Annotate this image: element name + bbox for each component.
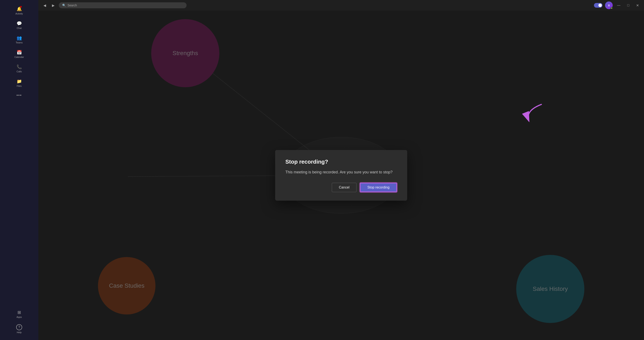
window-controls: — □ ✕ [615,2,640,8]
user-avatar[interactable]: II [605,1,613,9]
sidebar-item-calendar-label: Calendar [14,56,24,58]
sidebar-item-more[interactable]: ••• [0,91,38,100]
stop-recording-button[interactable]: Stop recording [360,183,397,192]
arrow-pointer-container [520,102,546,128]
activity-icon: 🔔 [16,6,22,11]
calendar-icon: 📅 [16,50,22,55]
search-icon: 🔍 [62,3,66,7]
avatar-status [610,7,613,9]
sidebar-item-calendar[interactable]: 📅 Calendar [0,48,38,60]
sidebar-item-help-label: Help [17,331,22,334]
nav-forward-button[interactable]: ▶ [50,2,56,8]
sidebar-item-activity[interactable]: 🔔 Activity [0,4,38,17]
sidebar-item-files[interactable]: 📁 Files [0,77,38,89]
dialog-overlay: Stop recording? This meeting is being re… [38,11,644,340]
more-icon: ••• [16,93,22,98]
dark-mode-toggle[interactable] [594,3,602,8]
stop-recording-dialog: Stop recording? This meeting is being re… [275,150,407,201]
calls-icon: 📞 [16,64,22,69]
sidebar-item-chat[interactable]: 💬 Chat [0,19,38,31]
sidebar-item-files-label: Files [16,85,22,87]
teams-window: ◀ ▶ 🔍 Search II — □ ✕ [38,0,644,340]
teams-icon: 👥 [16,35,22,40]
arrow-pointer-svg [520,102,546,128]
search-bar[interactable]: 🔍 Search [59,2,186,8]
title-bar-right: II — □ ✕ [594,1,640,9]
sidebar-item-activity-label: Activity [16,12,23,15]
content-area: Strengths Case Studies Sales History Sto… [38,11,644,340]
sidebar-item-chat-label: Chat [16,27,22,29]
close-button[interactable]: ✕ [634,2,640,8]
dialog-title: Stop recording? [285,159,397,165]
sidebar-item-teams-label: Teams [16,41,22,44]
nav-back-button[interactable]: ◀ [42,2,48,8]
files-icon: 📁 [16,79,22,84]
chat-icon: 💬 [16,21,22,26]
dialog-buttons: Cancel Stop recording [285,183,397,192]
maximize-button[interactable]: □ [626,2,631,8]
teams-sidebar: 🔔 Activity 💬 Chat 👥 Teams 📅 Calendar 📞 C… [0,0,38,340]
sidebar-item-apps-label: Apps [16,316,22,318]
title-bar: ◀ ▶ 🔍 Search II — □ ✕ [38,0,644,11]
help-icon: ? [16,324,22,330]
apps-icon: ⊞ [18,310,21,315]
search-placeholder: Search [68,3,77,7]
sidebar-item-calls[interactable]: 📞 Calls [0,62,38,75]
sidebar-item-help[interactable]: ? Help [0,322,38,336]
sidebar-item-calls-label: Calls [16,70,22,73]
avatar-initials: II [608,4,610,7]
sidebar-item-apps[interactable]: ⊞ Apps [0,308,38,321]
dialog-message: This meeting is being recorded. Are you … [285,169,397,175]
cancel-button[interactable]: Cancel [332,183,356,192]
minimize-button[interactable]: — [615,2,622,8]
title-bar-left: ◀ ▶ 🔍 Search [42,2,186,8]
sidebar-item-teams[interactable]: 👥 Teams [0,33,38,46]
